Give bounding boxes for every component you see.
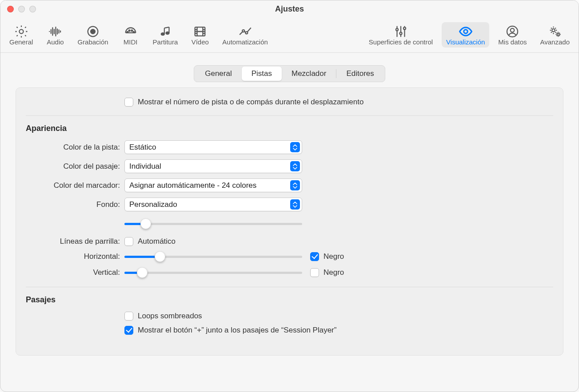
select-color-pista[interactable]: Estático bbox=[124, 140, 302, 154]
eye-icon bbox=[458, 24, 473, 39]
label-color-pista: Color de la pista: bbox=[27, 143, 124, 152]
settings-panel: Mostrar el número de pista o de compás d… bbox=[16, 87, 563, 356]
select-arrows-icon bbox=[290, 161, 300, 171]
label-color-marcador: Color del marcador: bbox=[27, 181, 124, 190]
label-vertical: Vertical: bbox=[27, 268, 124, 277]
tab-audio-label: Audio bbox=[47, 38, 64, 46]
sliders-icon bbox=[393, 24, 408, 39]
svg-point-16 bbox=[507, 26, 518, 37]
toolbar-group-left: General Audio Grabación MIDI bbox=[5, 22, 272, 48]
svg-point-14 bbox=[403, 27, 406, 29]
checkbox-automatico-label: Automático bbox=[138, 237, 176, 246]
content-area: General Pistas Mezclador Editores Mostra… bbox=[0, 53, 579, 368]
slider-track bbox=[124, 223, 302, 225]
tab-partitura[interactable]: Partitura bbox=[148, 22, 183, 48]
select-color-marcador-value: Asignar automáticamente - 24 colores bbox=[129, 181, 290, 190]
tab-superficies[interactable]: Superficies de control bbox=[364, 22, 437, 48]
tab-visualizacion[interactable]: Visualización bbox=[442, 22, 489, 48]
segmented-control: General Pistas Mezclador Editores bbox=[194, 65, 385, 82]
checkbox-mostrar-numero[interactable] bbox=[124, 98, 133, 107]
svg-point-15 bbox=[463, 30, 467, 34]
select-color-marcador[interactable]: Asignar automáticamente - 24 colores bbox=[124, 178, 302, 192]
close-window-button[interactable] bbox=[7, 6, 14, 12]
select-color-pista-value: Estático bbox=[129, 143, 290, 152]
midi-icon bbox=[123, 24, 138, 39]
subtab-mezclador[interactable]: Mezclador bbox=[282, 67, 336, 81]
slider-thumb[interactable] bbox=[155, 251, 165, 262]
svg-point-11 bbox=[245, 32, 248, 34]
tab-partitura-label: Partitura bbox=[153, 38, 178, 46]
tab-misdatos[interactable]: Mis datos bbox=[494, 22, 531, 48]
checkbox-negro-horizontal-label: Negro bbox=[323, 252, 344, 261]
label-lineas: Líneas de parrilla: bbox=[27, 237, 124, 246]
select-arrows-icon bbox=[290, 180, 300, 190]
minimize-window-button[interactable] bbox=[18, 6, 25, 12]
gears-icon bbox=[547, 24, 563, 39]
svg-point-2 bbox=[91, 29, 95, 34]
subtab-bar: General Pistas Mezclador Editores bbox=[16, 65, 563, 82]
select-color-pasaje[interactable]: Individual bbox=[124, 159, 302, 173]
tab-midi[interactable]: MIDI bbox=[117, 22, 144, 48]
zoom-window-button[interactable] bbox=[29, 6, 36, 12]
film-icon bbox=[192, 24, 208, 39]
person-icon bbox=[505, 24, 520, 39]
slider-vertical[interactable] bbox=[124, 267, 302, 278]
slider-thumb[interactable] bbox=[137, 267, 148, 278]
svg-point-12 bbox=[396, 28, 398, 31]
select-color-pasaje-value: Individual bbox=[129, 162, 290, 171]
main-toolbar: General Audio Grabación MIDI bbox=[0, 17, 579, 53]
select-fondo-value: Personalizado bbox=[129, 200, 290, 209]
svg-point-10 bbox=[242, 30, 244, 32]
checkbox-mostrar-mas[interactable] bbox=[124, 326, 133, 335]
slider-horizontal[interactable] bbox=[124, 251, 302, 262]
checkbox-automatico[interactable] bbox=[124, 237, 133, 246]
tab-visualizacion-label: Visualización bbox=[446, 38, 485, 46]
label-color-pasaje: Color del pasaje: bbox=[27, 162, 124, 171]
tab-video-label: Vídeo bbox=[192, 38, 209, 46]
divider bbox=[26, 287, 553, 287]
tab-midi-label: MIDI bbox=[124, 38, 138, 46]
tab-grabacion[interactable]: Grabación bbox=[73, 22, 112, 48]
titlebar: Ajustes bbox=[0, 0, 579, 17]
checkbox-negro-vertical-label: Negro bbox=[323, 268, 344, 277]
tab-video[interactable]: Vídeo bbox=[187, 22, 213, 48]
settings-window: Ajustes General Audio Grabación bbox=[0, 0, 579, 392]
checkbox-loops-sombreados-label: Loops sombreados bbox=[138, 312, 202, 321]
label-horizontal: Horizontal: bbox=[27, 252, 124, 261]
window-title: Ajustes bbox=[275, 4, 304, 14]
checkbox-mostrar-mas-label: Mostrar el botón “+” junto a los pasajes… bbox=[138, 326, 336, 335]
tab-grabacion-label: Grabación bbox=[77, 38, 108, 46]
tab-superficies-label: Superficies de control bbox=[369, 38, 433, 46]
tab-general[interactable]: General bbox=[5, 22, 37, 48]
slider-thumb[interactable] bbox=[140, 218, 151, 229]
checkbox-loops-sombreados[interactable] bbox=[124, 312, 133, 321]
slider-fondo[interactable] bbox=[124, 218, 302, 229]
label-fondo: Fondo: bbox=[27, 200, 124, 209]
select-arrows-icon bbox=[290, 142, 300, 152]
select-fondo[interactable]: Personalizado bbox=[124, 198, 302, 211]
automation-icon bbox=[238, 24, 253, 39]
subtab-general[interactable]: General bbox=[195, 67, 241, 81]
checkbox-mostrar-numero-label: Mostrar el número de pista o de compás d… bbox=[138, 98, 363, 107]
tab-audio[interactable]: Audio bbox=[42, 22, 68, 48]
select-arrows-icon bbox=[290, 199, 300, 210]
tab-automatizacion[interactable]: Automatización bbox=[218, 22, 272, 48]
subtab-pistas[interactable]: Pistas bbox=[242, 67, 282, 81]
gear-icon bbox=[14, 24, 29, 39]
svg-point-13 bbox=[399, 32, 402, 35]
subtab-editores[interactable]: Editores bbox=[336, 67, 383, 81]
svg-point-17 bbox=[511, 28, 515, 32]
tab-avanzado[interactable]: Avanzado bbox=[536, 22, 574, 48]
checkbox-negro-vertical[interactable] bbox=[310, 268, 319, 277]
score-icon bbox=[158, 24, 173, 39]
toolbar-group-right: Superficies de control Visualización Mis… bbox=[364, 22, 574, 48]
svg-point-4 bbox=[128, 30, 130, 31]
tab-automatizacion-label: Automatización bbox=[222, 38, 268, 46]
record-icon bbox=[85, 24, 100, 39]
checkbox-negro-horizontal[interactable] bbox=[310, 252, 319, 261]
tab-avanzado-label: Avanzado bbox=[540, 38, 570, 46]
svg-point-0 bbox=[19, 29, 23, 33]
section-pasajes: Pasajes bbox=[16, 290, 563, 309]
svg-point-19 bbox=[557, 33, 559, 36]
traffic-lights bbox=[7, 6, 36, 12]
